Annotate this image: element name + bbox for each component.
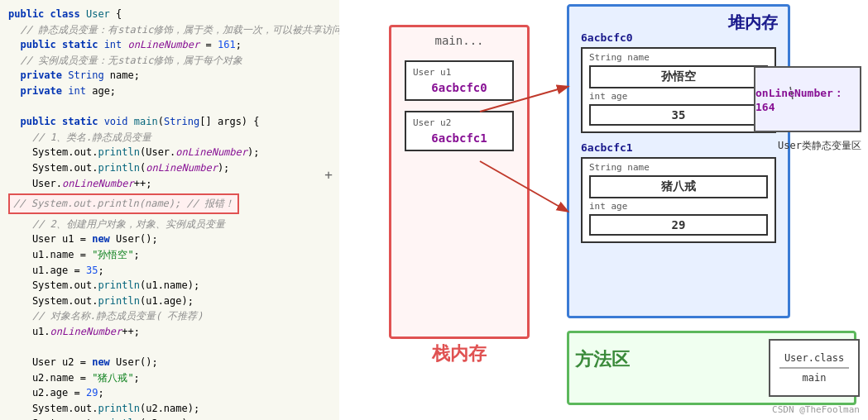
stack-slot-u1: User u1 6acbcfc0 [405,60,514,101]
watermark: CSDN @TheFoolman [772,404,860,415]
method-file-main: main [803,372,827,384]
code-content-2: // 2、创建用户对象，对象、实例成员变量 User u1 = new User… [8,217,331,420]
code-content: public class User { // 静态成员变量：有static修饰，… [8,7,331,191]
error-comment: // System.out.println(name); // 报错！ [8,193,239,214]
stack-slot-u2-value: 6acbcfc1 [413,131,506,145]
heap-field-age-value-1: 35 [589,104,768,126]
heap-obj-2-box: String name 猪八戒 int age 29 [581,157,776,243]
stack-slot-u1-label: User u1 [413,67,506,78]
heap-field-name-label-2: String name [589,162,768,173]
stack-slot-u2: User u2 6acbcfc1 [405,111,514,151]
diagram-panel: main... User u1 6acbcfc0 User u2 6acbcfc… [339,0,868,420]
static-var-label: User类静态变量区 [778,139,861,153]
stack-memory-box: main... User u1 6acbcfc0 User u2 6acbcfc… [389,25,530,339]
heap-obj-2: 6acbcfc1 String name 猪八戒 int age 29 [581,141,776,243]
static-var-value: onLineNumber：164 [755,86,860,113]
heap-field-name-value-1: 孙悟空 [589,65,768,88]
heap-field-age-value-2: 29 [589,214,768,236]
heap-obj-1: 6acbcfc0 String name 孙悟空 int age 35 [581,31,776,133]
method-area-title: 方法区 [575,347,630,372]
code-panel: public class User { // 静态成员变量：有static修饰，… [0,0,339,420]
heap-obj-2-addr: 6acbcfc1 [581,141,776,154]
stack-slot-u1-value: 6acbcfc0 [413,81,506,94]
stack-title: 栈内存 [391,341,527,366]
heap-field-age-label-1: int age [589,91,768,102]
heap-title: 堆内存 [728,12,778,34]
static-var-box: onLineNumber：164 [754,66,861,132]
stack-slot-u2-label: User u2 [413,117,506,128]
error-highlight-line: // System.out.println(name); // 报错！ [8,193,331,215]
method-files-box: User.class main [769,339,860,397]
heap-field-name-value-2: 猪八戒 [589,175,768,198]
stack-main-label: main... [391,27,527,50]
heap-memory-box: 堆内存 6acbcfc0 String name 孙悟空 int age 35 … [567,4,790,318]
plus-icon: + [324,165,333,186]
heap-obj-1-box: String name 孙悟空 int age 35 [581,47,776,133]
method-file-userclass: User.class [784,352,844,364]
heap-field-name-label-1: String name [589,52,768,63]
heap-field-age-label-2: int age [589,201,768,212]
